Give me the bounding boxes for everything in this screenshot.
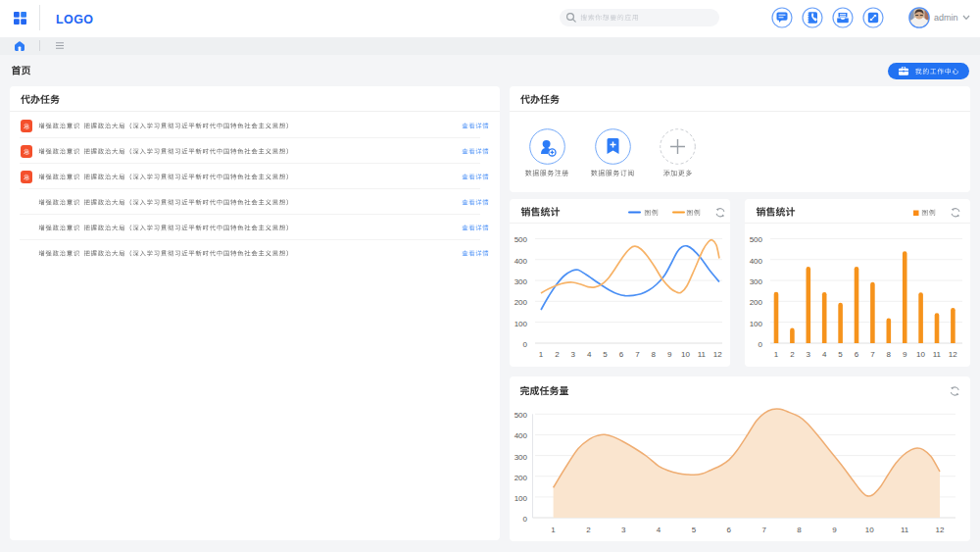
svg-text:10: 10 bbox=[865, 526, 874, 534]
svg-text:300: 300 bbox=[750, 277, 763, 286]
svg-text:3: 3 bbox=[621, 526, 626, 534]
svg-text:500: 500 bbox=[514, 411, 528, 420]
svg-text:9: 9 bbox=[667, 350, 672, 359]
svg-text:11: 11 bbox=[901, 526, 909, 534]
svg-text:6: 6 bbox=[727, 526, 732, 534]
svg-text:12: 12 bbox=[713, 350, 722, 359]
svg-text:1: 1 bbox=[539, 350, 544, 359]
svg-text:200: 200 bbox=[514, 298, 528, 307]
svg-text:400: 400 bbox=[514, 431, 528, 440]
svg-text:8: 8 bbox=[652, 350, 657, 359]
svg-text:300: 300 bbox=[514, 453, 528, 462]
svg-text:100: 100 bbox=[514, 320, 528, 328]
svg-text:200: 200 bbox=[750, 298, 763, 307]
svg-text:500: 500 bbox=[750, 235, 763, 244]
svg-text:5: 5 bbox=[838, 350, 843, 359]
svg-text:9: 9 bbox=[832, 526, 837, 534]
svg-text:200: 200 bbox=[514, 474, 528, 482]
svg-text:3: 3 bbox=[807, 350, 811, 359]
svg-text:4: 4 bbox=[657, 526, 662, 534]
svg-text:6: 6 bbox=[619, 350, 624, 359]
svg-text:2: 2 bbox=[790, 350, 795, 359]
svg-text:5: 5 bbox=[692, 526, 697, 534]
svg-text:4: 4 bbox=[587, 350, 592, 359]
svg-text:0: 0 bbox=[523, 515, 528, 524]
svg-text:4: 4 bbox=[822, 350, 827, 359]
svg-text:2: 2 bbox=[555, 350, 560, 359]
svg-text:400: 400 bbox=[750, 257, 763, 266]
svg-text:6: 6 bbox=[855, 350, 859, 359]
svg-text:11: 11 bbox=[698, 350, 707, 359]
svg-text:2: 2 bbox=[586, 526, 591, 534]
svg-text:0: 0 bbox=[523, 340, 528, 349]
svg-text:1: 1 bbox=[551, 526, 556, 534]
svg-text:300: 300 bbox=[514, 277, 528, 286]
svg-text:9: 9 bbox=[903, 350, 907, 359]
svg-text:3: 3 bbox=[571, 350, 576, 359]
svg-text:11: 11 bbox=[933, 350, 942, 359]
svg-text:5: 5 bbox=[603, 350, 608, 359]
svg-text:0: 0 bbox=[759, 340, 763, 349]
svg-text:500: 500 bbox=[514, 235, 528, 244]
svg-text:8: 8 bbox=[887, 350, 892, 359]
svg-text:7: 7 bbox=[635, 350, 640, 359]
svg-text:10: 10 bbox=[681, 350, 690, 359]
svg-text:100: 100 bbox=[750, 320, 763, 328]
svg-text:7: 7 bbox=[870, 350, 875, 359]
svg-text:10: 10 bbox=[916, 350, 925, 359]
svg-text:7: 7 bbox=[761, 526, 766, 534]
svg-text:12: 12 bbox=[949, 350, 957, 359]
svg-text:1: 1 bbox=[774, 350, 779, 359]
svg-text:12: 12 bbox=[936, 526, 945, 534]
svg-text:8: 8 bbox=[797, 526, 802, 534]
svg-text:100: 100 bbox=[514, 494, 528, 503]
svg-text:400: 400 bbox=[514, 257, 528, 266]
